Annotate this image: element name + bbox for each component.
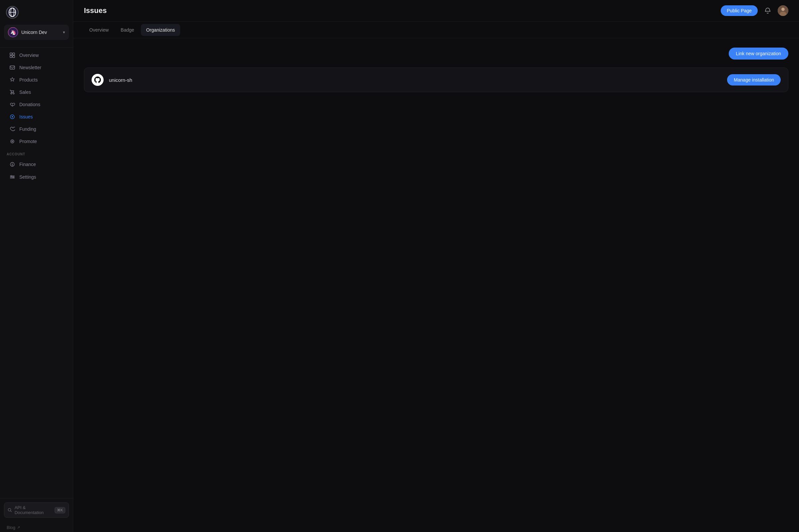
svg-rect-24: [13, 177, 14, 178]
sidebar-item-newsletter[interactable]: Newsletter: [3, 61, 70, 74]
app-logo: [0, 6, 73, 25]
bell-icon[interactable]: [762, 5, 773, 16]
sidebar-item-overview[interactable]: Overview: [3, 49, 70, 61]
org-card: unicorn-sh Manage installation: [84, 68, 788, 92]
products-icon: [9, 77, 15, 83]
page-body: Link new organization unicorn-sh Manage …: [73, 38, 799, 532]
svg-rect-8: [13, 56, 15, 58]
sidebar-item-promote[interactable]: Promote: [3, 135, 70, 147]
link-org-button[interactable]: Link new organization: [729, 48, 788, 60]
user-avatar[interactable]: [778, 5, 788, 16]
sidebar-item-label: Finance: [19, 162, 36, 167]
sidebar-bottom: API & Documentation ⌘K: [0, 498, 73, 522]
topbar: Issues Public Page: [73, 0, 799, 22]
topbar-actions: Public Page: [721, 5, 788, 16]
settings-icon: [9, 174, 15, 180]
svg-rect-9: [10, 66, 15, 69]
tab-organizations[interactable]: Organizations: [141, 24, 180, 36]
account-section-label: ACCOUNT: [0, 148, 73, 158]
svg-text:$: $: [11, 163, 13, 166]
svg-line-26: [11, 511, 12, 512]
sidebar-item-label: Overview: [19, 53, 39, 58]
chevron-down-icon: ▾: [63, 30, 65, 35]
main-nav: Overview Newsletter Products: [0, 49, 73, 148]
issues-icon: [9, 114, 15, 120]
tab-badge[interactable]: Badge: [115, 24, 139, 36]
sidebar-item-label: Settings: [19, 174, 36, 180]
svg-rect-22: [10, 178, 15, 179]
tab-overview[interactable]: Overview: [84, 24, 114, 36]
sidebar-item-label: Funding: [19, 127, 36, 132]
svg-point-14: [12, 116, 13, 117]
search-placeholder: API & Documentation: [15, 505, 52, 515]
svg-point-10: [11, 93, 12, 94]
sidebar: 🦄 Unicorn Dev ▾ Overview: [0, 0, 73, 532]
svg-point-28: [781, 8, 785, 11]
logo-icon: [6, 6, 19, 19]
search-icon: [8, 508, 12, 512]
org-name: Unicorn Dev: [21, 30, 60, 35]
sidebar-item-funding[interactable]: Funding: [3, 123, 70, 135]
svg-rect-5: [10, 53, 12, 55]
sidebar-item-label: Issues: [19, 114, 33, 119]
manage-installation-button[interactable]: Manage installation: [727, 74, 781, 86]
org-card-name: unicorn-sh: [109, 77, 722, 83]
funding-icon: [9, 126, 15, 132]
sidebar-item-finance[interactable]: $ Finance: [3, 158, 70, 170]
external-link-icon: ↗: [17, 525, 20, 530]
org-selector[interactable]: 🦄 Unicorn Dev ▾: [4, 25, 69, 40]
github-icon: [92, 74, 104, 86]
search-kbd: ⌘K: [55, 507, 65, 513]
svg-rect-6: [13, 53, 15, 55]
page-title: Issues: [84, 6, 721, 15]
svg-text:🦄: 🦄: [10, 30, 16, 35]
sidebar-item-sales[interactable]: Sales: [3, 86, 70, 98]
finance-icon: $: [9, 162, 15, 167]
sidebar-item-issues[interactable]: Issues: [3, 111, 70, 123]
sales-icon: [9, 89, 15, 95]
tab-nav: Overview Badge Organizations: [73, 22, 799, 38]
svg-rect-7: [10, 56, 12, 58]
sidebar-item-donations[interactable]: Donations: [3, 98, 70, 111]
promote-icon: [9, 138, 15, 145]
avatar-image: [778, 5, 788, 16]
org-avatar: 🦄: [8, 27, 18, 37]
sidebar-item-products[interactable]: Products: [3, 74, 70, 86]
newsletter-icon: [9, 64, 15, 71]
svg-rect-23: [11, 175, 12, 177]
sidebar-item-label: Sales: [19, 90, 31, 95]
sidebar-item-settings[interactable]: Settings: [3, 171, 70, 183]
main-content: Issues Public Page: [73, 0, 799, 532]
sidebar-item-label: Donations: [19, 102, 40, 107]
donations-icon: [9, 101, 15, 108]
sidebar-item-label: Promote: [19, 139, 37, 144]
blog-label: Blog: [7, 525, 15, 530]
public-page-button[interactable]: Public Page: [721, 5, 758, 16]
svg-point-11: [13, 93, 14, 94]
action-row: Link new organization: [84, 48, 788, 60]
overview-icon: [9, 52, 15, 58]
search-bar[interactable]: API & Documentation ⌘K: [4, 502, 69, 518]
sidebar-item-label: Newsletter: [19, 65, 41, 70]
sidebar-item-label: Products: [19, 77, 38, 82]
footer-blog-link[interactable]: Blog ↗: [0, 522, 73, 532]
svg-point-17: [12, 141, 13, 142]
